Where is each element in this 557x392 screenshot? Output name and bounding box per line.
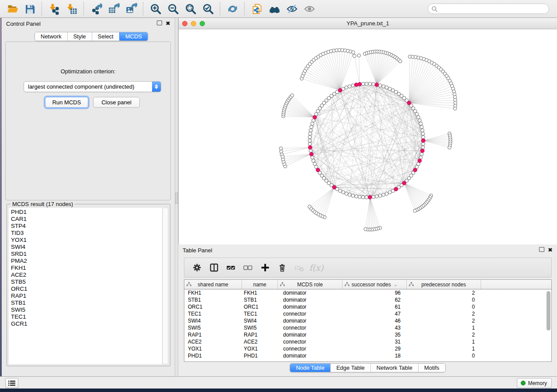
graph-leaf-node[interactable] <box>353 54 356 58</box>
graph-node[interactable] <box>348 193 351 196</box>
graph-node[interactable] <box>417 116 420 119</box>
graph-mcds-node[interactable] <box>418 159 422 163</box>
mcds-result-item[interactable]: FKH1 <box>9 265 162 272</box>
graph-node[interactable] <box>419 122 422 125</box>
import-network-button[interactable] <box>45 1 63 16</box>
graph-node[interactable] <box>365 82 368 86</box>
table-row[interactable]: PHD1PHD1dominator180 <box>184 352 551 359</box>
graph-node[interactable] <box>422 142 425 146</box>
splitter-grip[interactable] <box>175 193 178 204</box>
select-all-button[interactable] <box>225 261 238 274</box>
graph-mcds-node[interactable] <box>407 101 411 105</box>
graph-node[interactable] <box>308 132 312 135</box>
delete-table-button[interactable] <box>293 261 306 274</box>
delete-columns-button[interactable] <box>276 261 289 274</box>
graph-node[interactable] <box>372 195 375 199</box>
graph-leaf-node[interactable] <box>398 60 402 63</box>
table-row[interactable]: RAP1RAP1dominator352 <box>184 331 551 338</box>
graph-mcds-node[interactable] <box>316 168 320 172</box>
tab-edge-table[interactable]: Edge Table <box>330 364 370 372</box>
zoom-in-button[interactable] <box>147 1 164 16</box>
column-header-name[interactable]: name <box>242 280 278 289</box>
graph-mcds-node[interactable] <box>394 187 398 191</box>
zoom-fit-button[interactable] <box>182 1 199 16</box>
memory-button[interactable]: Memory <box>517 378 552 388</box>
graph-leaf-node[interactable] <box>308 205 311 209</box>
add-column-button[interactable] <box>259 261 272 274</box>
column-header-MCDS-role[interactable]: MCDS role <box>278 280 343 289</box>
graph-node[interactable] <box>422 135 425 139</box>
mcds-result-item[interactable]: ORC1 <box>9 285 162 292</box>
graph-mcds-node[interactable] <box>413 168 417 172</box>
graph-node[interactable] <box>385 86 388 89</box>
graph-node[interactable] <box>378 194 382 197</box>
graph-node[interactable] <box>372 83 375 86</box>
float-panel-icon[interactable] <box>157 21 162 26</box>
table-row[interactable]: FKH1FKH1dominator962 <box>184 289 551 296</box>
column-header-predecessor-nodes[interactable]: predecessor nodes <box>407 280 481 289</box>
table-row[interactable]: ACE2ACE2connector311 <box>184 338 551 345</box>
mcds-result-item[interactable]: RAP1 <box>9 292 162 299</box>
column-header-successor-nodes[interactable]: successor nodes⌄ <box>343 280 407 289</box>
export-table-button[interactable] <box>105 1 122 16</box>
graph-node[interactable] <box>308 135 311 139</box>
table-row[interactable]: STB1STB1dominator620 <box>184 296 551 303</box>
tab-node-table[interactable]: Node Table <box>290 364 330 372</box>
open-file-button[interactable] <box>3 1 21 16</box>
graph-node[interactable] <box>345 86 348 89</box>
apply-layout-button[interactable] <box>224 1 241 16</box>
mcds-result-item[interactable]: PMA2 <box>9 258 162 265</box>
save-session-button[interactable] <box>21 1 38 16</box>
mcds-result-item[interactable]: ACE2 <box>9 272 162 279</box>
tab-select[interactable]: Select <box>92 32 119 41</box>
graph-node[interactable] <box>351 84 355 87</box>
graph-mcds-node[interactable] <box>338 89 342 93</box>
close-panel-icon[interactable]: ✖ <box>166 21 170 26</box>
tab-mcds[interactable]: MCDS <box>119 32 148 41</box>
task-history-button[interactable] <box>5 378 18 388</box>
graph-node[interactable] <box>309 149 312 153</box>
mcds-result-item[interactable]: STB1 <box>9 299 162 306</box>
graph-node[interactable] <box>421 146 425 149</box>
graph-node[interactable] <box>375 195 379 198</box>
run-mcds-button[interactable]: Run MCDS <box>45 97 88 108</box>
graph-node[interactable] <box>311 156 314 159</box>
graph-node[interactable] <box>311 122 314 125</box>
float-table-panel-icon[interactable] <box>539 247 544 253</box>
graph-leaf-node[interactable] <box>352 51 355 54</box>
graph-mcds-node[interactable] <box>313 115 317 119</box>
graph-mcds-node[interactable] <box>308 145 312 149</box>
import-table-button[interactable] <box>63 1 80 16</box>
tab-network[interactable]: Network <box>35 32 67 41</box>
criterion-dropdown[interactable]: largest connected component (undirected) <box>24 81 161 92</box>
graph-node[interactable] <box>418 119 422 122</box>
graph-node[interactable] <box>312 159 315 162</box>
mcds-result-item[interactable]: STP4 <box>9 223 162 230</box>
search-input[interactable] <box>439 4 549 13</box>
graph-node[interactable] <box>361 196 365 199</box>
network-graph[interactable] <box>179 29 557 244</box>
mcds-result-item[interactable]: STB5 <box>9 279 162 285</box>
mcds-result-item[interactable]: CAR1 <box>9 216 162 223</box>
graph-leaf-node[interactable] <box>413 209 417 213</box>
graph-leaf-node[interactable] <box>448 146 451 149</box>
graph-mcds-node[interactable] <box>332 186 336 189</box>
graph-leaf-node[interactable] <box>453 107 457 110</box>
graph-node[interactable] <box>421 129 424 132</box>
table-row[interactable]: SWI4SWI4dominator462 <box>184 317 551 324</box>
graph-node[interactable] <box>355 195 358 198</box>
graph-node[interactable] <box>308 139 311 142</box>
column-header-shared-name[interactable]: shared name <box>184 280 242 289</box>
graph-mcds-node[interactable] <box>309 152 313 156</box>
table-row[interactable]: TEC1TEC1connector472 <box>184 310 551 317</box>
tab-network-table[interactable]: Network Table <box>370 364 418 372</box>
graph-node[interactable] <box>310 125 313 129</box>
table-row[interactable]: SWI5SWI5connector431 <box>184 324 551 331</box>
show-all-button[interactable] <box>301 1 318 16</box>
graph-mcds-node[interactable] <box>421 149 425 153</box>
graph-node[interactable] <box>385 192 388 196</box>
graph-node[interactable] <box>365 196 368 199</box>
graph-leaf-node[interactable] <box>280 150 283 153</box>
graph-leaf-node[interactable] <box>364 227 367 231</box>
search-box[interactable] <box>428 3 549 14</box>
